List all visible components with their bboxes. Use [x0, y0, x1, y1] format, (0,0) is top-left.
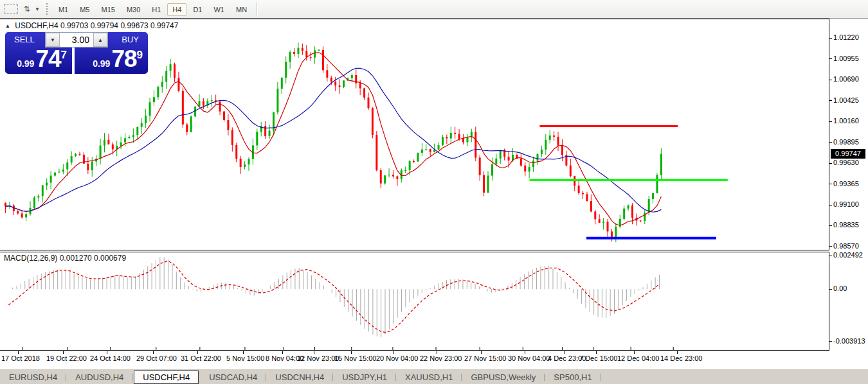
price-axis-tick	[829, 205, 832, 205]
time-axis-tick	[243, 351, 244, 354]
toolbar: ⇅ ▼ M1M5M15M30H1H4D1W1MN	[0, 0, 868, 19]
timeframe-button-m5[interactable]: M5	[75, 3, 95, 16]
toolbar-grip[interactable]	[46, 3, 48, 15]
one-click-trading-panel: SELL 0.99 74 7 BUY 0.99 78 9 ▼ 3.00 ▲	[5, 32, 148, 74]
sort-arrows-icon[interactable]: ⇅	[21, 3, 33, 15]
macd-axis-label: 0.00	[833, 284, 847, 292]
sell-button[interactable]: SELL	[14, 35, 35, 44]
time-axis-label: 31 Oct 22:00	[181, 354, 221, 362]
price-axis-tick	[829, 58, 832, 59]
volume-increase-button[interactable]: ▲	[93, 33, 107, 47]
chart-tab-usdchf[interactable]: USDCHF,H4	[134, 371, 199, 384]
time-axis-tick	[677, 351, 678, 354]
price-axis-label: 0.98570	[833, 242, 859, 250]
buy-price-pip: 9	[137, 49, 143, 62]
time-axis-tick	[565, 351, 565, 354]
selection-box-icon[interactable]	[4, 4, 18, 13]
price-axis-label: 0.98835	[833, 221, 859, 229]
timeframe-button-m30[interactable]: M30	[122, 3, 145, 16]
chart-tab-eurusd[interactable]: EURUSD,H4	[0, 371, 66, 384]
time-axis-label: 17 Oct 2018	[1, 354, 40, 362]
time-axis-label: 15 Nov 15:00	[334, 354, 376, 362]
macd-axis-tick	[829, 341, 832, 342]
time-axis-tick	[393, 351, 393, 354]
chart-tab-usdcnh[interactable]: USDCNH,H4	[266, 371, 333, 384]
price-axis-tick	[829, 225, 832, 226]
time-axis-tick	[596, 351, 597, 354]
time-axis-tick	[437, 351, 437, 354]
price-axis-label: 1.00955	[833, 55, 859, 62]
time-axis-label: 4 Dec 23:00	[548, 354, 586, 362]
time-axis-tick	[525, 351, 525, 354]
timeframe-button-m15[interactable]: M15	[96, 3, 120, 16]
price-axis-label: 0.99100	[833, 200, 859, 208]
toolbar-separator	[257, 3, 258, 15]
terminal-window: ⇅ ▼ M1M5M15M30H1H4D1W1MN ▲ USDCHF,H4 0.9…	[0, 0, 868, 384]
timeframe-button-mn[interactable]: MN	[231, 3, 252, 16]
price-axis-tick	[829, 80, 832, 80]
chart-tab-audusd[interactable]: AUDUSD,H4	[66, 371, 132, 384]
timeframe-button-d1[interactable]: D1	[188, 3, 207, 16]
time-axis-label: 20 Nov 04:00	[376, 354, 418, 362]
time-axis-label: 14 Dec 23:00	[660, 354, 702, 362]
buy-price-prefix: 0.99	[93, 58, 110, 69]
time-axis-tick	[481, 351, 482, 354]
time-axis-label: 5 Nov 15:00	[226, 354, 264, 362]
time-axis-label: 7 Dec 15:00	[579, 354, 617, 362]
time-axis-tick	[314, 351, 314, 354]
time-axis-label: 29 Oct 07:00	[136, 354, 177, 362]
time-axis-tick	[153, 351, 154, 354]
timeframe-button-m1[interactable]: M1	[53, 3, 73, 16]
collapse-triangle-icon[interactable]: ▲	[5, 23, 10, 29]
time-axis-tick	[18, 351, 19, 354]
price-axis-label: 1.00690	[833, 75, 859, 83]
dropdown-caret-icon[interactable]: ▼	[35, 6, 40, 12]
time-axis-label: 24 Oct 14:00	[90, 354, 131, 362]
sell-price-prefix: 0.99	[17, 58, 34, 69]
price-axis-tick	[829, 38, 832, 39]
time-axis-tick	[634, 351, 635, 354]
volume-decrease-button[interactable]: ▼	[46, 33, 60, 47]
time-axis-label: 8 Nov 04:00	[266, 354, 303, 362]
time-axis-label: 19 Oct 22:00	[46, 354, 87, 362]
macd-label: MACD(12,26,9) 0.001270 0.000679	[4, 254, 126, 263]
price-axis-label: 1.00160	[833, 117, 859, 125]
chart-tab-gbpusd[interactable]: GBPUSD,Weekly	[462, 371, 545, 384]
sell-price: 0.99 74 7	[17, 48, 67, 70]
price-axis-tick	[829, 142, 832, 143]
chart-tab-usdjpy[interactable]: USDJPY,H1	[333, 371, 396, 384]
time-axis-label: 27 Nov 15:00	[464, 354, 506, 362]
macd-axis-tick	[829, 289, 832, 290]
macd-histogram	[8, 257, 659, 338]
chart-symbol: USDCHF,H4	[15, 21, 58, 30]
current-price-tag: 0.99747	[831, 149, 865, 159]
price-axis-label: 1.01220	[833, 33, 859, 41]
macd-axis-label: 0.002492	[833, 251, 863, 259]
volume-input[interactable]: 3.00	[60, 33, 93, 47]
price-axis-tick	[829, 163, 832, 164]
time-axis-tick	[282, 351, 283, 354]
buy-button[interactable]: BUY	[122, 35, 139, 44]
timeframe-button-h1[interactable]: H1	[147, 3, 166, 16]
buy-price: 0.99 78 9	[93, 48, 143, 70]
time-axis-label: 12 Nov 23:00	[297, 354, 339, 362]
macd-axis-label: -0.003913	[833, 337, 865, 345]
chart-title: ▲ USDCHF,H4 0.99703 0.99794 0.99673 0.99…	[5, 21, 178, 30]
time-axis-tick	[351, 351, 352, 354]
macd-signal-line	[8, 261, 659, 333]
time-axis-label: 30 Nov 04:00	[508, 354, 550, 362]
sell-price-main: 74	[35, 48, 60, 70]
price-axis-label: 0.99365	[833, 180, 859, 188]
price-axis-label: 1.00425	[833, 96, 859, 104]
timeframe-button-h4[interactable]: H4	[167, 3, 186, 16]
chart-tab-xauusd[interactable]: XAUUSD,H1	[396, 371, 462, 384]
buy-price-main: 78	[111, 48, 136, 70]
volume-spinner: ▼ 3.00 ▲	[45, 32, 108, 48]
timeframe-button-w1[interactable]: W1	[208, 3, 230, 16]
time-axis-label: 22 Nov 23:00	[420, 354, 462, 362]
ma-fast	[6, 53, 662, 225]
chart-tab-bar: EURUSD,H4AUDUSD,H4USDCHF,H4USDCAD,H4USDC…	[0, 369, 868, 384]
chart-tab-usdcad[interactable]: USDCAD,H4	[200, 371, 266, 384]
chart-tab-sp500[interactable]: SP500,H1	[545, 371, 601, 384]
macd-indicator-panel[interactable]	[0, 252, 829, 351]
